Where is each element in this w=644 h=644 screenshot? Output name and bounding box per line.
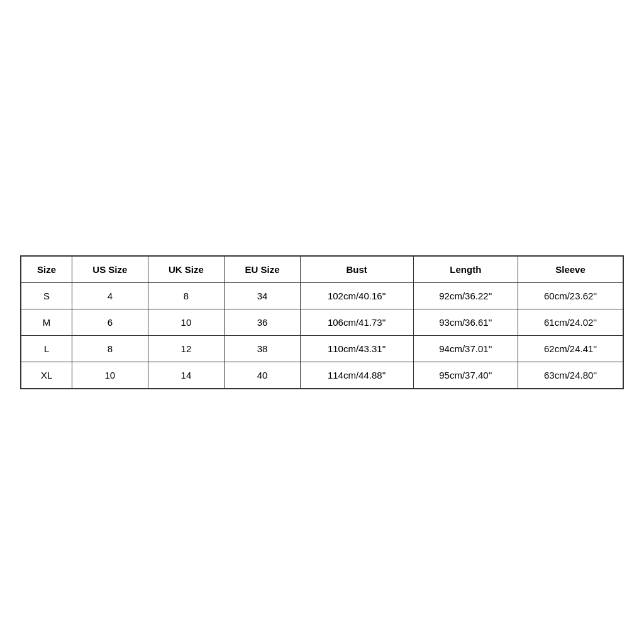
cell-uk_size-0: 8 <box>148 282 225 309</box>
cell-eu_size-3: 40 <box>225 362 300 389</box>
cell-size-0: S <box>21 282 72 309</box>
cell-us_size-2: 8 <box>72 335 148 362</box>
cell-sleeve-1: 61cm/24.02'' <box>518 309 623 335</box>
cell-us_size-3: 10 <box>72 362 148 389</box>
header-sleeve: Sleeve <box>518 256 623 283</box>
cell-uk_size-2: 12 <box>148 335 225 362</box>
size-chart-container: Size US Size UK Size EU Size Bust Length… <box>20 255 624 389</box>
header-eu-size: EU Size <box>225 256 300 283</box>
table-row: S4834102cm/40.16''92cm/36.22''60cm/23.62… <box>21 282 623 309</box>
cell-bust-0: 102cm/40.16'' <box>300 282 413 309</box>
cell-sleeve-0: 60cm/23.62'' <box>518 282 623 309</box>
cell-sleeve-3: 63cm/24.80'' <box>518 362 623 389</box>
cell-length-2: 94cm/37.01'' <box>413 335 518 362</box>
header-bust: Bust <box>300 256 413 283</box>
cell-size-1: M <box>21 309 72 335</box>
cell-length-1: 93cm/36.61'' <box>413 309 518 335</box>
cell-bust-3: 114cm/44.88'' <box>300 362 413 389</box>
table-row: L81238110cm/43.31''94cm/37.01''62cm/24.4… <box>21 335 623 362</box>
cell-eu_size-0: 34 <box>225 282 300 309</box>
table-row: XL101440114cm/44.88''95cm/37.40''63cm/24… <box>21 362 623 389</box>
cell-size-3: XL <box>21 362 72 389</box>
cell-uk_size-1: 10 <box>148 309 225 335</box>
cell-us_size-1: 6 <box>72 309 148 335</box>
cell-uk_size-3: 14 <box>148 362 225 389</box>
cell-eu_size-1: 36 <box>225 309 300 335</box>
header-uk-size: UK Size <box>148 256 225 283</box>
cell-us_size-0: 4 <box>72 282 148 309</box>
header-us-size: US Size <box>72 256 148 283</box>
size-chart-table: Size US Size UK Size EU Size Bust Length… <box>20 255 624 389</box>
cell-bust-1: 106cm/41.73'' <box>300 309 413 335</box>
cell-size-2: L <box>21 335 72 362</box>
table-header-row: Size US Size UK Size EU Size Bust Length… <box>21 256 623 283</box>
header-size: Size <box>21 256 72 283</box>
table-row: M61036106cm/41.73''93cm/36.61''61cm/24.0… <box>21 309 623 335</box>
cell-eu_size-2: 38 <box>225 335 300 362</box>
cell-length-3: 95cm/37.40'' <box>413 362 518 389</box>
header-length: Length <box>413 256 518 283</box>
cell-bust-2: 110cm/43.31'' <box>300 335 413 362</box>
cell-sleeve-2: 62cm/24.41'' <box>518 335 623 362</box>
cell-length-0: 92cm/36.22'' <box>413 282 518 309</box>
